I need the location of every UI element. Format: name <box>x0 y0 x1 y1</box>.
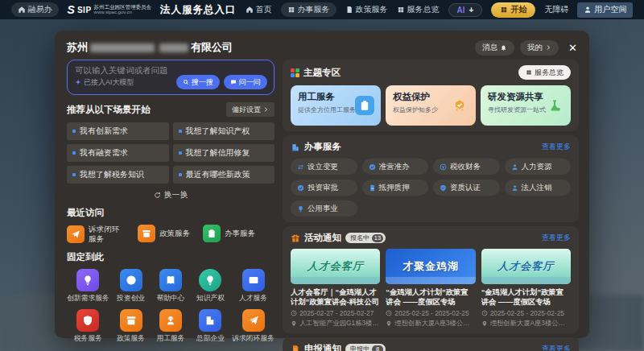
search-button[interactable]: 搜一搜 <box>176 75 220 89</box>
swap-arrows-icon <box>297 163 304 171</box>
compass-icon <box>126 275 137 286</box>
preferences-button[interactable]: 偏好设置 <box>226 102 275 117</box>
building-icon <box>291 142 300 152</box>
service-pill[interactable]: 人力资源 <box>505 159 572 175</box>
declarations-title: 申报通知 <box>304 343 341 351</box>
paper-plane-icon <box>71 229 80 239</box>
grid-icon <box>287 6 295 14</box>
ask-button[interactable]: 问一问 <box>224 75 267 89</box>
bullet-icon <box>179 173 182 176</box>
activities-more-link[interactable]: 查看更多 <box>542 233 571 243</box>
work-services-more-link[interactable]: 查看更多 <box>542 142 571 152</box>
pinned-item[interactable]: 诉求闭环服务 <box>232 309 275 344</box>
nav-work-services[interactable]: 办事服务 <box>281 2 336 17</box>
right-column: 主题专区 服务总览 用工服务 提供全方位用工服务 权益保护 权益保护知多少 <box>283 60 579 332</box>
recent-item[interactable]: 诉求闭环服务 <box>67 225 125 244</box>
service-overview-button[interactable]: 服务总览 <box>518 65 571 80</box>
scenario-item[interactable]: 我有融资需求 <box>67 144 169 162</box>
scenario-item[interactable]: 我想了解税务知识 <box>67 166 169 184</box>
service-pill[interactable]: 公用事业 <box>291 200 357 217</box>
service-pill[interactable]: 税收财务 <box>433 159 500 175</box>
activity-card[interactable]: 人才会客厅 人才会客厅｜“金鸡湖人才计划”政策宣讲会-科技公司专场 2025-0… <box>291 249 380 328</box>
service-pill[interactable]: 设立变更 <box>291 159 357 175</box>
theme-card-rights[interactable]: 权益保护 权益保护知多少 <box>386 85 476 126</box>
refresh-button[interactable]: 换一换 <box>67 189 275 200</box>
service-pill[interactable]: 法人注销 <box>505 180 572 196</box>
chevron-right-icon <box>262 106 269 113</box>
mine-button[interactable]: 我的 <box>520 40 559 56</box>
skyline-graphic <box>481 277 571 284</box>
pinned-item[interactable]: 总部企业 <box>192 309 229 344</box>
nav-service-overview[interactable]: 服务总览 <box>397 4 440 15</box>
service-pill[interactable]: 资质认证 <box>433 180 500 196</box>
theme-card-employment[interactable]: 用工服务 提供全方位用工服务 <box>291 85 381 126</box>
building-icon <box>204 315 216 326</box>
search-icon <box>183 79 189 85</box>
company-name-redacted <box>159 43 188 52</box>
pinned-item[interactable]: 知识产权 <box>192 269 229 304</box>
pinned-item[interactable]: 政策服务 <box>113 309 149 344</box>
home-icon <box>18 6 26 14</box>
scenarios-title: 推荐从以下场景开始 <box>67 104 151 116</box>
pinned-item[interactable]: 创新需求服务 <box>67 269 109 304</box>
pin-icon <box>386 320 392 327</box>
close-icon[interactable]: ✕ <box>567 42 579 54</box>
grid-icon <box>500 6 508 14</box>
bulb-icon <box>82 275 93 286</box>
scenario-item[interactable]: 我有创新需求 <box>67 122 169 140</box>
shield-check-icon <box>440 184 447 192</box>
doc-icon <box>345 6 353 14</box>
ai-plus-button[interactable]: AI+ <box>448 3 483 17</box>
activity-banner: 人才会客厅 <box>291 249 380 284</box>
theme-card-rnd[interactable]: 研发资源共享 寻找研发资源一站式 <box>481 85 571 126</box>
activity-location: 人工智能产业园G1栋3楼3号会... <box>291 319 380 328</box>
rongyiban-button[interactable]: 融易办 <box>11 2 59 17</box>
recent-item[interactable]: 政策服务 <box>138 225 190 242</box>
theme-zone-title: 主题专区 <box>303 67 341 79</box>
colorful-grid-icon <box>291 68 299 77</box>
messages-button[interactable]: 消息 <box>475 40 514 56</box>
nav-home[interactable]: 首页 <box>246 4 272 15</box>
pinned-item[interactable]: 人才服务 <box>232 269 275 304</box>
archive-box-icon <box>126 315 137 326</box>
pinned-item[interactable]: 税务服务 <box>67 309 109 344</box>
user-space-button[interactable]: 用户空间 <box>577 2 633 18</box>
declarations-more-link[interactable]: 查看更多 <box>542 344 571 351</box>
pinned-item[interactable]: 帮助中心 <box>152 269 188 304</box>
pinned-grid: 创新需求服务 投资创业 帮助中心 知识产权 人才服务 <box>67 269 275 344</box>
gift-icon <box>291 233 300 243</box>
scenario-item[interactable]: 我想了解信用修复 <box>173 144 275 162</box>
clock-icon <box>481 310 488 316</box>
service-pill[interactable]: 抵押质押 <box>362 180 429 196</box>
clipboard-icon <box>207 229 217 238</box>
declarations-badge: 申报中 8 <box>345 344 386 351</box>
service-pill[interactable]: 投资审批 <box>291 180 357 196</box>
start-button[interactable]: 开始 <box>491 2 535 18</box>
recent-item[interactable]: 办事服务 <box>203 225 255 242</box>
activity-banner: 人才会客厅 <box>481 249 571 284</box>
paper-plane-icon <box>248 315 259 326</box>
service-pill[interactable]: 准营准办 <box>362 159 429 175</box>
work-services-title: 办事服务 <box>304 141 341 153</box>
activities-badge: 报名中 13 <box>345 233 386 243</box>
activities-title: 活动通知 <box>304 232 341 244</box>
scenario-item[interactable]: 最近有哪些新政策 <box>173 166 275 184</box>
bullet-icon <box>179 151 182 155</box>
activity-card[interactable]: 才聚金鸡湖 “金鸡湖人才计划”政策宣讲会 ——度假区专场 2025-02-25 … <box>386 249 475 328</box>
clock-icon <box>386 310 392 316</box>
accessibility-link[interactable]: 无障碍 <box>544 4 568 15</box>
grid-icon <box>526 69 532 76</box>
activity-title: 人才会客厅｜“金鸡湖人才计划”政策宣讲会-科技公司专场 <box>291 287 380 307</box>
activity-date: 2025-02-25 - 2025-02-25 <box>481 309 571 317</box>
check-circle-icon <box>297 184 304 192</box>
pinned-item[interactable]: 用工服务 <box>152 309 188 344</box>
declarations-count: 8 <box>372 345 383 351</box>
bullet-icon <box>72 151 76 155</box>
pinned-item[interactable]: 投资创业 <box>113 269 149 304</box>
nav-policy-services[interactable]: 政策服务 <box>345 4 388 15</box>
activity-card[interactable]: 人才会客厅 “金鸡湖人才计划”政策宣讲会 ——度假区专场 2025-02-25 … <box>481 249 571 328</box>
work-services-panel: 办事服务 查看更多 设立变更 准营准办 税收财务 人力资源 投资审批 抵押质押 … <box>283 135 579 222</box>
scenario-grid: 我有创新需求 我想了解知识产权 我有融资需求 我想了解信用修复 我想了解税务知识… <box>67 122 275 184</box>
search-input[interactable] <box>75 65 267 75</box>
scenario-item[interactable]: 我想了解知识产权 <box>173 122 275 140</box>
